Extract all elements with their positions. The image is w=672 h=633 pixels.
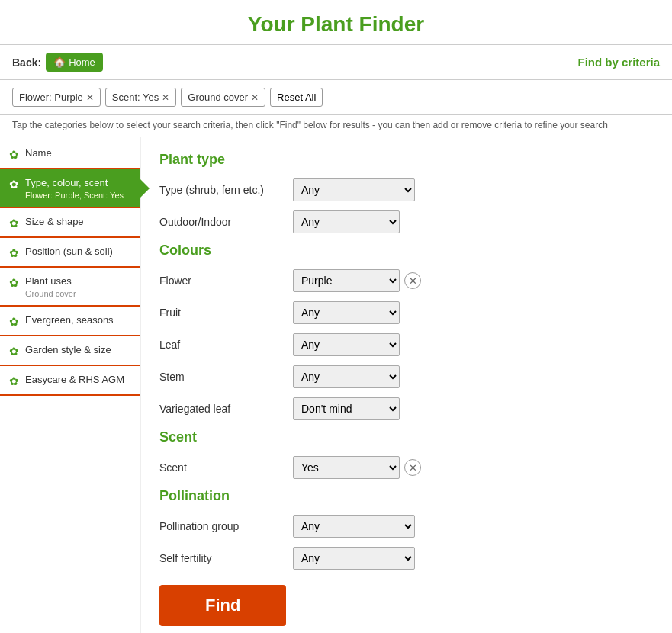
label-pollination-group: Pollination group [159, 520, 293, 532]
sidebar-label-position: Position (sun & soil) [25, 246, 113, 259]
filter-scent-yes[interactable]: Scent: Yes ✕ [105, 88, 176, 107]
sidebar-item-size-shape[interactable]: ✿ Size & shape [0, 208, 140, 238]
gear-icon-plant-uses: ✿ [9, 276, 19, 290]
clear-scent-button[interactable]: ✕ [404, 459, 421, 476]
find-button[interactable]: Find [159, 585, 286, 626]
gear-icon-garden-style: ✿ [9, 345, 19, 358]
sidebar-label-plant-uses: Plant uses Ground cover [25, 275, 76, 299]
filter-bar: Flower: Purple ✕ Scent: Yes ✕ Ground cov… [0, 80, 672, 115]
clear-flower-button[interactable]: ✕ [404, 272, 421, 289]
top-bar: Back: 🏠 Home Find by criteria [0, 45, 672, 80]
sidebar-label-evergreen: Evergreen, seasons [25, 314, 114, 327]
active-arrow [140, 179, 150, 198]
section-scent-heading: Scent [159, 429, 654, 445]
gear-icon-easycare: ✿ [9, 374, 19, 388]
sidebar-label-garden-style: Garden style & size [25, 344, 111, 357]
sidebar-label-type: Type, colour, scent Flower: Purple, Scen… [25, 177, 124, 201]
gear-icon-evergreen: ✿ [9, 315, 19, 329]
gear-icon-size: ✿ [9, 217, 19, 230]
select-flower[interactable]: Any Red Pink Purple Blue White Yellow Or… [293, 269, 400, 292]
section-pollination-heading: Pollination [159, 488, 654, 504]
main-layout: ✿ Name ✿ Type, colour, scent Flower: Pur… [0, 137, 672, 633]
form-row-pollination-group: Pollination group Any 1 2 3 4 [159, 515, 654, 538]
sidebar-label-size: Size & shape [25, 216, 84, 229]
form-row-stem: Stem Any Red Yellow White Green [159, 365, 654, 388]
gear-icon-name: ✿ [9, 148, 19, 162]
label-scent: Scent [159, 461, 293, 474]
label-outdoor-indoor: Outdoor/Indoor [159, 216, 293, 228]
page-title: Your Plant Finder [0, 0, 672, 45]
sidebar: ✿ Name ✿ Type, colour, scent Flower: Pur… [0, 137, 141, 633]
select-leaf[interactable]: Any Green Red Purple Silver Gold [293, 333, 400, 356]
form-row-scent: Scent Any Yes No ✕ [159, 456, 654, 479]
find-by-criteria-label: Find by criteria [577, 56, 660, 69]
form-row-variegated-leaf: Variegated leaf Don't mind Yes No [159, 397, 654, 420]
section-plant-type-heading: Plant type [159, 152, 654, 168]
form-row-fruit: Fruit Any Red Orange Yellow Blue Black [159, 301, 654, 324]
label-variegated-leaf: Variegated leaf [159, 403, 293, 415]
label-leaf: Leaf [159, 339, 293, 351]
label-flower: Flower [159, 275, 293, 287]
label-fruit: Fruit [159, 307, 293, 319]
content-area: Plant type Type (shrub, fern etc.) Any S… [141, 137, 672, 633]
sidebar-sub-type: Flower: Purple, Scent: Yes [25, 190, 124, 201]
gear-icon-position: ✿ [9, 246, 19, 260]
label-self-fertility: Self fertility [159, 552, 293, 564]
form-row-self-fertility: Self fertility Any Yes No [159, 547, 654, 570]
home-button-label: Home [69, 56, 95, 68]
form-row-type-shrub: Type (shrub, fern etc.) Any Shrub Fern T… [159, 178, 654, 201]
select-pollination-group[interactable]: Any 1 2 3 4 [293, 515, 415, 538]
form-row-outdoor-indoor: Outdoor/Indoor Any Outdoor Indoor [159, 210, 654, 233]
hint-text: Tap the categories below to select your … [0, 115, 672, 137]
sidebar-item-evergreen[interactable]: ✿ Evergreen, seasons [0, 307, 140, 336]
label-type-shrub: Type (shrub, fern etc.) [159, 184, 293, 196]
home-icon: 🏠 [53, 56, 66, 68]
form-row-leaf: Leaf Any Green Red Purple Silver Gold [159, 333, 654, 356]
select-stem[interactable]: Any Red Yellow White Green [293, 365, 400, 388]
sidebar-label-name: Name [25, 147, 52, 160]
home-button[interactable]: 🏠 Home [46, 53, 103, 72]
sidebar-item-type-colour-scent[interactable]: ✿ Type, colour, scent Flower: Purple, Sc… [0, 169, 140, 208]
gear-icon-type: ✿ [9, 178, 19, 191]
filter-ground-cover[interactable]: Ground cover ✕ [181, 88, 265, 107]
select-self-fertility[interactable]: Any Yes No [293, 547, 415, 570]
select-fruit[interactable]: Any Red Orange Yellow Blue Black [293, 301, 400, 324]
form-row-flower: Flower Any Red Pink Purple Blue White Ye… [159, 269, 654, 292]
select-type-shrub[interactable]: Any Shrub Fern Tree Climber Perennial [293, 178, 415, 201]
sidebar-item-easycare[interactable]: ✿ Easycare & RHS AGM [0, 366, 140, 396]
sidebar-item-name[interactable]: ✿ Name [0, 140, 140, 169]
select-outdoor-indoor[interactable]: Any Outdoor Indoor [293, 210, 400, 233]
reset-all-button[interactable]: Reset All [270, 88, 323, 107]
back-label: Back: [12, 56, 41, 69]
sidebar-item-position[interactable]: ✿ Position (sun & soil) [0, 238, 140, 268]
section-colours-heading: Colours [159, 243, 654, 259]
sidebar-item-plant-uses[interactable]: ✿ Plant uses Ground cover [0, 268, 140, 307]
sidebar-label-easycare: Easycare & RHS AGM [25, 374, 124, 387]
label-stem: Stem [159, 371, 293, 383]
sidebar-item-garden-style[interactable]: ✿ Garden style & size [0, 336, 140, 366]
sidebar-sub-plant-uses: Ground cover [25, 288, 76, 299]
select-scent[interactable]: Any Yes No [293, 456, 400, 479]
select-variegated-leaf[interactable]: Don't mind Yes No [293, 397, 400, 420]
filter-flower-purple[interactable]: Flower: Purple ✕ [12, 88, 101, 107]
